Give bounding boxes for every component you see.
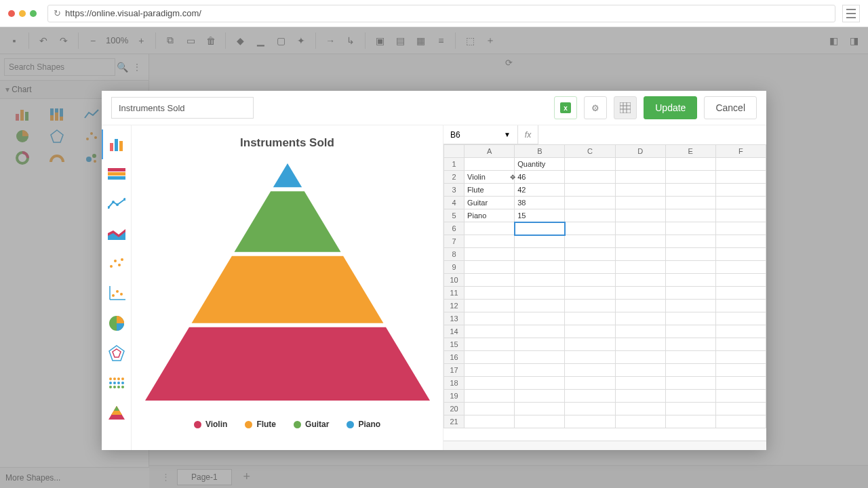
cell-A10[interactable] [465, 274, 515, 287]
formula-input[interactable] [538, 125, 766, 144]
cell-A12[interactable] [465, 300, 515, 312]
cell-B15[interactable] [515, 338, 565, 351]
cell-D18[interactable] [615, 377, 665, 390]
cell-C9[interactable] [565, 261, 615, 274]
cell-A18[interactable] [465, 377, 515, 390]
cell-D4[interactable] [615, 197, 665, 209]
cell-C8[interactable] [565, 248, 615, 261]
group-icon[interactable]: ▦ [412, 32, 429, 49]
style-icon[interactable]: ✦ [292, 32, 310, 49]
cell-E11[interactable] [665, 287, 715, 300]
cell-C12[interactable] [565, 300, 615, 312]
cell-F8[interactable] [715, 248, 766, 261]
cell-F21[interactable] [715, 415, 766, 428]
cell-E10[interactable] [665, 274, 715, 287]
cell-A7[interactable] [465, 235, 515, 248]
cell-C11[interactable] [565, 287, 615, 300]
cell-C21[interactable] [565, 415, 615, 428]
front-icon[interactable]: ▣ [371, 32, 389, 49]
cell-D8[interactable] [615, 248, 665, 261]
add-page-tab[interactable]: + [239, 469, 255, 485]
cell-F12[interactable] [715, 300, 766, 312]
align-icon[interactable]: ≡ [432, 32, 450, 49]
cell-F7[interactable] [715, 235, 766, 248]
shape-icon[interactable]: ▢ [272, 32, 290, 49]
cell-D20[interactable] [615, 403, 665, 415]
cell-A4[interactable]: Guitar [465, 197, 515, 209]
update-button[interactable]: Update [644, 96, 697, 119]
chart-type-radar[interactable] [102, 338, 132, 368]
chart-type-pie[interactable] [102, 308, 132, 338]
cell-A15[interactable] [465, 338, 515, 351]
cell-E13[interactable] [665, 312, 715, 325]
cell-C4[interactable] [565, 197, 615, 209]
cell-A21[interactable] [465, 415, 515, 428]
cell-B6[interactable] [515, 222, 565, 235]
cell-F15[interactable] [715, 338, 766, 351]
cell-D1[interactable] [615, 158, 665, 171]
cell-E17[interactable] [665, 364, 715, 377]
add-icon[interactable]: ＋ [481, 32, 499, 49]
cell-E4[interactable] [665, 197, 715, 209]
cell-C6[interactable] [565, 222, 615, 235]
donut-chart-shape[interactable] [7, 149, 37, 167]
cell-D10[interactable] [615, 274, 665, 287]
search-shapes-input[interactable] [4, 58, 115, 76]
chart-type-area[interactable] [102, 219, 132, 249]
cell-F2[interactable] [715, 171, 766, 184]
cell-C14[interactable] [565, 325, 615, 338]
cell-E20[interactable] [665, 403, 715, 415]
cell-E3[interactable] [665, 184, 715, 197]
cell-E6[interactable] [665, 222, 715, 235]
cell-D21[interactable] [615, 415, 665, 428]
zoom-out-icon[interactable]: − [84, 32, 102, 49]
cell-C13[interactable] [565, 312, 615, 325]
cell-B16[interactable] [515, 351, 565, 364]
cell-F17[interactable] [715, 364, 766, 377]
cell-F10[interactable] [715, 274, 766, 287]
cell-C20[interactable] [565, 403, 615, 415]
cell-D17[interactable] [615, 364, 665, 377]
cell-F19[interactable] [715, 390, 766, 403]
cell-E15[interactable] [665, 338, 715, 351]
tab-handle-icon[interactable]: ⋮ [161, 472, 170, 482]
select-icon[interactable]: ⬚ [461, 32, 479, 49]
cell-E8[interactable] [665, 248, 715, 261]
arrow-icon[interactable]: → [321, 32, 339, 49]
cell-A3[interactable]: Flute [465, 184, 515, 197]
chart-type-pyramid[interactable] [102, 398, 132, 428]
cell-E5[interactable] [665, 209, 715, 222]
cell-E2[interactable] [665, 171, 715, 184]
cell-C7[interactable] [565, 235, 615, 248]
cell-A5[interactable]: Piano [465, 209, 515, 222]
cell-A2[interactable]: Violin [465, 171, 515, 184]
cell-C15[interactable] [565, 338, 615, 351]
cell-D3[interactable] [615, 184, 665, 197]
cell-E7[interactable] [665, 235, 715, 248]
cell-A9[interactable] [465, 261, 515, 274]
cell-C1[interactable] [565, 158, 615, 171]
horizontal-scrollbar[interactable] [443, 441, 766, 450]
cell-D11[interactable] [615, 287, 665, 300]
minimize-window-dot[interactable] [19, 10, 26, 17]
cell-F5[interactable] [715, 209, 766, 222]
chart-type-dot-matrix[interactable] [102, 368, 132, 398]
cell-E9[interactable] [665, 261, 715, 274]
cell-B14[interactable] [515, 325, 565, 338]
chart-type-stacked-bar[interactable] [102, 159, 132, 189]
cell-D9[interactable] [615, 261, 665, 274]
zoom-in-icon[interactable]: + [132, 32, 150, 49]
panel-toggle-1-icon[interactable]: ◧ [825, 32, 842, 49]
bar-chart-shape[interactable] [7, 106, 37, 123]
cell-B3[interactable]: 42 [515, 184, 565, 197]
cell-E16[interactable] [665, 351, 715, 364]
search-icon[interactable]: 🔍 [115, 58, 130, 76]
cell-F18[interactable] [715, 377, 766, 390]
address-bar[interactable]: ↻ https://online.visual-paradigm.com/ [47, 5, 835, 22]
stacked-bar-shape[interactable] [41, 106, 72, 123]
cell-C16[interactable] [565, 351, 615, 364]
cell-A20[interactable] [465, 403, 515, 415]
sidebar-more-icon[interactable]: ⋮ [130, 58, 145, 76]
cell-D13[interactable] [615, 312, 665, 325]
cell-F4[interactable] [715, 197, 766, 209]
